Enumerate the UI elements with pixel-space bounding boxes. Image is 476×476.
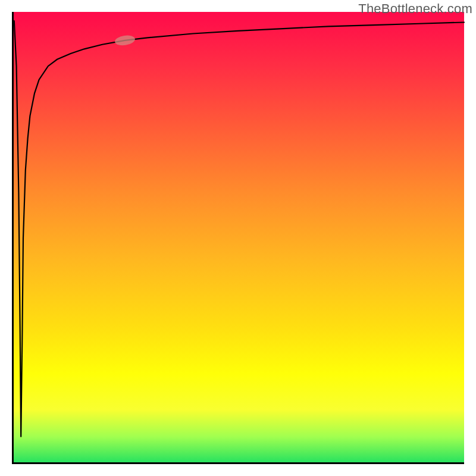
y-axis (12, 12, 14, 464)
watermark-label: TheBottleneck.com (358, 1, 472, 17)
plot-area (12, 12, 464, 464)
x-axis (12, 462, 464, 464)
chart-root: TheBottleneck.com (0, 0, 476, 476)
highlight-marker-icon (114, 34, 136, 46)
curve-layer (12, 12, 464, 464)
bottleneck-curve (14, 21, 464, 437)
